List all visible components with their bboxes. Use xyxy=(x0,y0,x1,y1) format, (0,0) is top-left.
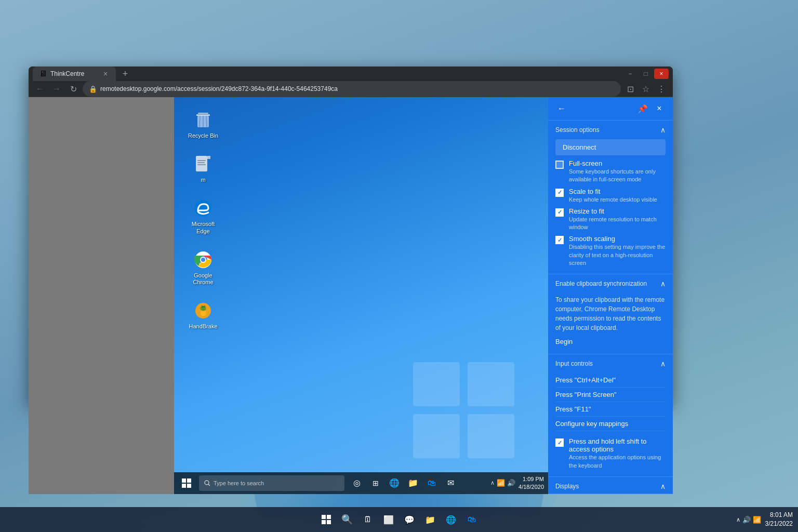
minimize-button[interactable]: − xyxy=(623,69,637,79)
chrome-titlebar: 🖥 ThinkCentre × + − □ × xyxy=(29,66,673,81)
tab-label: ThinkCentre xyxy=(50,70,98,77)
configure-key-mappings-link[interactable]: Configure key mappings xyxy=(555,417,666,431)
forward-button[interactable]: → xyxy=(49,82,64,96)
svg-rect-37 xyxy=(327,520,331,524)
displays-section: Displays ∧ xyxy=(548,477,673,494)
file-icon[interactable]: m xyxy=(184,152,222,185)
panel-collapse-button[interactable]: › xyxy=(548,285,553,306)
panel-close-button[interactable]: × xyxy=(653,102,666,115)
win10-clock[interactable]: 1:09 PM 4/18/2020 xyxy=(518,475,544,491)
win10-edge-taskbar-icon[interactable]: 🌐 xyxy=(386,475,403,491)
address-bar[interactable]: 🔒 remotedesktop.google.com/access/sessio… xyxy=(83,81,621,97)
clipboard-begin-link[interactable]: Begin xyxy=(555,335,666,349)
win10-notification-area: ∧ xyxy=(490,480,495,486)
tab-close-button[interactable]: × xyxy=(101,70,110,78)
menu-button[interactable]: ⋮ xyxy=(654,82,669,96)
print-screen-button[interactable]: Press "Print Screen" xyxy=(555,388,666,402)
host-search-button[interactable]: 🔍 xyxy=(338,510,356,529)
scale-to-fit-checkbox[interactable] xyxy=(555,189,564,197)
svg-rect-19 xyxy=(197,162,205,163)
host-taskview-button[interactable]: 🗓 xyxy=(358,510,377,529)
recycle-bin-label: Recycle Bin xyxy=(188,132,218,139)
ctrl-alt-del-button[interactable]: Press "Ctrl+Alt+Del" xyxy=(555,373,666,388)
host-store-button[interactable]: 🛍 xyxy=(462,510,481,529)
hold-shift-desc: Access the application options using the… xyxy=(569,454,661,468)
smooth-scaling-row: Smooth scaling Disabling this setting ma… xyxy=(555,233,666,269)
edge-label: Microsoft Edge xyxy=(187,221,220,234)
bookmark-button[interactable]: ☆ xyxy=(639,82,653,96)
svg-rect-20 xyxy=(197,164,206,165)
host-speaker-icon[interactable]: 🔊 xyxy=(742,516,751,524)
disconnect-button[interactable]: Disconnect xyxy=(555,139,666,155)
remote-desktop-area[interactable]: Recycle Bin m xyxy=(174,97,548,494)
hold-shift-checkbox[interactable] xyxy=(555,438,564,447)
win10-store-icon[interactable]: 🛍 xyxy=(423,475,440,491)
displays-label: Displays xyxy=(555,483,579,490)
panel-back-button[interactable]: ← xyxy=(555,102,568,115)
chrome-img xyxy=(193,249,214,270)
input-controls-header[interactable]: Input controls ∧ xyxy=(548,354,673,371)
host-start-button[interactable] xyxy=(317,510,336,529)
edge-icon[interactable]: Microsoft Edge xyxy=(184,196,222,236)
svg-rect-6 xyxy=(468,362,514,406)
session-options-header[interactable]: Session options ∧ xyxy=(548,121,673,137)
svg-rect-31 xyxy=(187,484,191,488)
svg-rect-9 xyxy=(198,113,208,114)
svg-rect-18 xyxy=(197,160,206,161)
win10-speaker-icon[interactable]: 🔊 xyxy=(507,479,515,487)
host-network-icon[interactable]: 📶 xyxy=(753,516,761,524)
smooth-scaling-text: Smooth scaling Disabling this setting ma… xyxy=(569,235,666,267)
win10-date: 4/18/2020 xyxy=(518,483,544,491)
win10-mail-icon[interactable]: ✉ xyxy=(442,475,459,491)
win10-taskbar-right: ∧ 📶 🔊 1:09 PM 4/18/2020 xyxy=(490,475,544,491)
close-button[interactable]: × xyxy=(654,69,669,79)
cast-button[interactable]: ⊡ xyxy=(623,82,637,96)
win10-network-icon[interactable]: 📶 xyxy=(497,479,505,487)
displays-chevron: ∧ xyxy=(660,482,666,490)
hold-shift-text: Press and hold left shift to access opti… xyxy=(569,437,666,469)
host-notification-area-icon[interactable]: ∧ xyxy=(736,516,740,523)
scale-to-fit-desc: Keep whole remote desktop visible xyxy=(569,196,657,203)
clipboard-section: Enable clipboard synchronization ∧ To sh… xyxy=(548,274,673,354)
win10-start-button[interactable] xyxy=(178,475,195,491)
win10-search-bar[interactable]: Type here to search xyxy=(199,475,344,491)
svg-rect-15 xyxy=(196,156,207,171)
session-options-label: Session options xyxy=(555,126,600,134)
win10-time: 1:09 PM xyxy=(518,475,544,483)
win10-taskbar: Type here to search ◎ ⊞ 🌐 📁 🛍 ✉ ∧ 📶 xyxy=(174,472,548,494)
hold-shift-label: Press and hold left shift to access opti… xyxy=(569,437,666,453)
host-browser-button[interactable]: 🌐 xyxy=(442,510,460,529)
host-clock[interactable]: 8:01 AM 3/21/2022 xyxy=(765,511,793,528)
recycle-bin-icon[interactable]: Recycle Bin xyxy=(184,108,222,141)
smooth-scaling-checkbox[interactable] xyxy=(555,236,564,244)
session-options-chevron: ∧ xyxy=(660,126,666,134)
toolbar-actions: ⊡ ☆ ⋮ xyxy=(623,82,669,96)
chrome-active-tab[interactable]: 🖥 ThinkCentre × xyxy=(33,66,116,81)
host-chat-button[interactable]: 💬 xyxy=(400,510,419,529)
host-widgets-button[interactable]: ⬜ xyxy=(379,510,398,529)
resize-to-fit-checkbox[interactable] xyxy=(555,208,564,217)
handbrake-icon[interactable]: 🍍 HandBrake xyxy=(184,298,222,332)
chrome-icon[interactable]: Google Chrome xyxy=(184,247,222,288)
clipboard-header[interactable]: Enable clipboard synchronization ∧ xyxy=(548,274,673,291)
displays-header[interactable]: Displays ∧ xyxy=(548,477,673,494)
panel-pin-button[interactable]: 📌 xyxy=(636,102,649,115)
fullscreen-checkbox[interactable] xyxy=(555,161,564,169)
svg-line-14 xyxy=(206,116,207,127)
reload-button[interactable]: ↻ xyxy=(66,82,81,96)
win10-taskview-icon[interactable]: ⊞ xyxy=(367,475,384,491)
host-explorer-button[interactable]: 📁 xyxy=(421,510,440,529)
f11-button[interactable]: Press "F11" xyxy=(555,402,666,417)
window-controls: − □ × xyxy=(623,69,669,79)
remote-sidebar xyxy=(29,97,174,494)
host-sys-icons: ∧ 🔊 📶 xyxy=(736,516,761,524)
win10-explorer-icon[interactable]: 📁 xyxy=(405,475,421,491)
close-icon: × xyxy=(657,104,661,113)
side-panel-header: ← 📌 × xyxy=(548,97,673,121)
back-button[interactable]: ← xyxy=(33,82,47,96)
new-tab-button[interactable]: + xyxy=(118,66,132,81)
hold-shift-row: Press and hold left shift to access opti… xyxy=(555,435,666,471)
win10-cortana-icon[interactable]: ◎ xyxy=(349,475,365,491)
address-bar-url: remotedesktop.google.com/access/session/… xyxy=(100,85,338,92)
maximize-button[interactable]: □ xyxy=(639,69,653,79)
